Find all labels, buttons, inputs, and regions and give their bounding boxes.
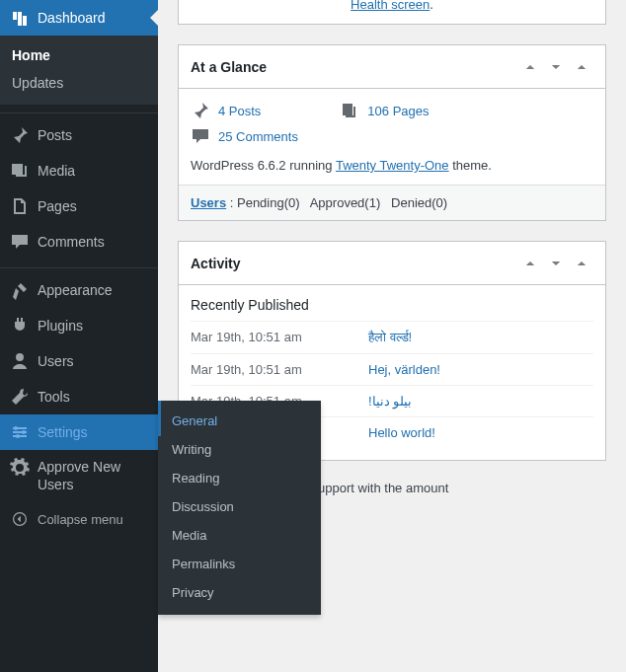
glance-comments[interactable]: 25 Comments xyxy=(191,126,298,146)
sidebar-label: Approve New Users xyxy=(38,458,150,493)
flyout-item-general[interactable]: General xyxy=(158,407,321,435)
site-health-box: Health screen. xyxy=(178,0,606,25)
admin-sidebar: Dashboard Home Updates Posts Media Pages… xyxy=(0,0,158,672)
sidebar-label: Users xyxy=(38,353,74,369)
collapse-icon xyxy=(10,509,30,529)
pages-icon xyxy=(10,196,30,216)
menu-separator xyxy=(0,263,158,268)
settings-icon xyxy=(10,422,30,442)
wp-version-line: WordPress 6.6.2 running Twenty Twenty-On… xyxy=(191,158,593,173)
flyout-item-media[interactable]: Media xyxy=(158,521,321,550)
glance-posts-text: 4 Posts xyxy=(218,104,261,118)
sidebar-label: Tools xyxy=(38,389,70,405)
copy-icon xyxy=(340,101,359,120)
media-icon xyxy=(10,161,30,181)
svg-point-1 xyxy=(22,430,26,434)
sidebar-label: Pages xyxy=(38,198,77,214)
flyout-item-reading[interactable]: Reading xyxy=(158,464,321,492)
glance-posts[interactable]: 4 Posts xyxy=(191,101,261,120)
sidebar-item-settings[interactable]: Settings xyxy=(0,414,158,450)
activity-row: Mar 19th, 10:51 am हैलो वर्ल्ड! xyxy=(191,321,593,353)
submenu-item-updates[interactable]: Updates xyxy=(0,69,158,97)
sidebar-item-posts[interactable]: Posts xyxy=(0,117,158,153)
theme-link[interactable]: Twenty Twenty-One xyxy=(336,158,449,173)
sidebar-label: Media xyxy=(38,163,75,179)
comments-icon xyxy=(10,232,30,252)
handle-actions xyxy=(518,55,593,79)
sidebar-label: Dashboard xyxy=(38,10,106,26)
activity-subtitle: Recently Published xyxy=(191,297,593,313)
sidebar-label: Plugins xyxy=(38,318,83,334)
svg-point-0 xyxy=(14,426,18,430)
activity-post-link[interactable]: Hej, världen! xyxy=(368,362,440,377)
submenu-item-home[interactable]: Home xyxy=(0,41,158,69)
at-a-glance-box: At a Glance 4 Posts 106 Pages xyxy=(178,44,606,221)
sidebar-label: Comments xyxy=(38,234,105,250)
menu-separator xyxy=(0,109,158,113)
handle-actions xyxy=(518,252,593,275)
move-up-icon[interactable] xyxy=(518,252,542,275)
users-icon xyxy=(10,351,30,371)
pin-icon xyxy=(191,101,210,120)
at-a-glance-title: At a Glance xyxy=(191,59,267,75)
sidebar-item-tools[interactable]: Tools xyxy=(0,379,158,414)
users-counts: : Pending(0) Approved(1) Denied(0) xyxy=(226,195,447,210)
version-post: theme. xyxy=(449,158,492,173)
gear-icon xyxy=(10,458,30,478)
tools-icon xyxy=(10,387,30,407)
sidebar-label: Settings xyxy=(38,424,88,440)
sidebar-item-users[interactable]: Users xyxy=(0,343,158,379)
sidebar-item-pages[interactable]: Pages xyxy=(0,188,158,224)
comment-icon xyxy=(191,126,210,146)
move-up-icon[interactable] xyxy=(518,55,542,79)
activity-header: Activity xyxy=(179,242,605,285)
glance-comments-text: 25 Comments xyxy=(218,129,298,144)
sidebar-item-plugins[interactable]: Plugins xyxy=(0,308,158,343)
activity-date: Mar 19th, 10:51 am xyxy=(191,330,368,345)
flyout-item-writing[interactable]: Writing xyxy=(158,435,321,464)
glance-pages-text: 106 Pages xyxy=(367,104,429,118)
collapse-menu[interactable]: Collapse menu xyxy=(0,501,158,537)
version-pre: WordPress 6.6.2 running xyxy=(191,158,336,173)
users-link[interactable]: Users xyxy=(191,195,226,210)
flyout-item-discussion[interactable]: Discussion xyxy=(158,492,321,521)
activity-date: Mar 19th, 10:51 am xyxy=(191,362,368,377)
activity-post-link[interactable]: Hello world! xyxy=(368,425,435,440)
flyout-item-privacy[interactable]: Privacy xyxy=(158,578,321,607)
toggle-icon[interactable] xyxy=(570,55,593,79)
activity-post-link[interactable]: بيلو دنيا! xyxy=(368,394,412,409)
pin-icon xyxy=(10,125,30,145)
users-approval-footer: Users : Pending(0) Approved(1) Denied(0) xyxy=(179,185,605,220)
punct: . xyxy=(430,0,433,12)
dashboard-submenu: Home Updates xyxy=(0,36,158,105)
activity-row: Mar 19th, 10:51 am Hej, världen! xyxy=(191,353,593,385)
appearance-icon xyxy=(10,280,30,300)
glance-pages[interactable]: 106 Pages xyxy=(340,101,429,120)
health-screen-link[interactable]: Health screen xyxy=(351,0,430,12)
svg-point-2 xyxy=(16,434,20,438)
at-a-glance-header: At a Glance xyxy=(179,45,605,89)
sidebar-label: Posts xyxy=(38,127,72,143)
move-down-icon[interactable] xyxy=(544,252,568,275)
settings-flyout: General Writing Reading Discussion Media… xyxy=(158,401,321,615)
at-a-glance-body: 4 Posts 106 Pages 25 Comments WordPress … xyxy=(179,89,605,185)
sidebar-item-appearance[interactable]: Appearance xyxy=(0,272,158,308)
move-down-icon[interactable] xyxy=(544,55,568,79)
sidebar-label: Appearance xyxy=(38,282,113,298)
plugins-icon xyxy=(10,316,30,336)
dashboard-icon xyxy=(10,8,30,28)
activity-post-link[interactable]: हैलो वर्ल्ड! xyxy=(368,330,412,345)
activity-title: Activity xyxy=(191,256,241,271)
toggle-icon[interactable] xyxy=(570,252,593,275)
collapse-label: Collapse menu xyxy=(38,512,123,527)
sidebar-item-media[interactable]: Media xyxy=(0,153,158,188)
sidebar-item-dashboard[interactable]: Dashboard xyxy=(0,0,158,36)
flyout-item-permalinks[interactable]: Permalinks xyxy=(158,550,321,578)
sidebar-item-approve-users[interactable]: Approve New Users xyxy=(0,450,158,501)
sidebar-item-comments[interactable]: Comments xyxy=(0,224,158,260)
